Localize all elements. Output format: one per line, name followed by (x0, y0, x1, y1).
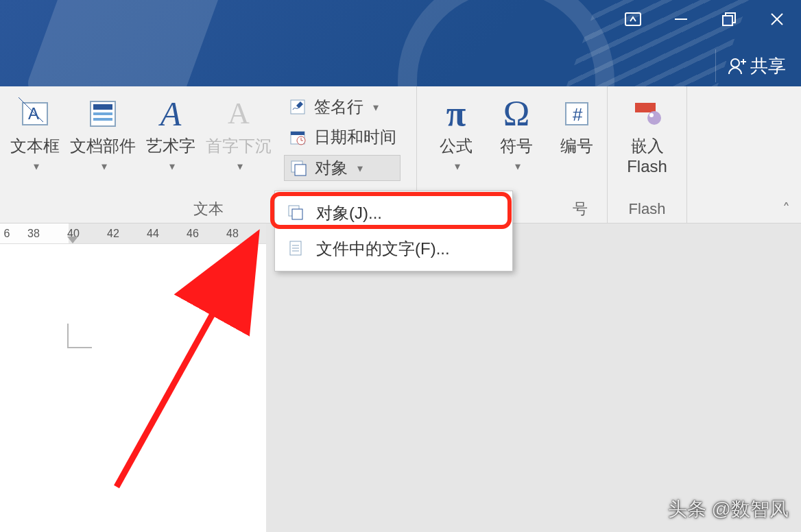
textbox-button[interactable]: A 文本框 ▾ (5, 92, 64, 177)
chevron-down-icon: ▾ (515, 156, 521, 177)
ruler-tick: 44 (133, 228, 173, 240)
watermark-text: 头条 @数智风 (668, 496, 789, 522)
svg-rect-26 (635, 103, 656, 112)
window-controls (609, 0, 801, 38)
signature-line-button[interactable]: 签名行 ▾ (284, 95, 400, 119)
menu-item-text-from-file[interactable]: 文件中的文字(F)... (275, 231, 512, 267)
ribbon-display-options-button[interactable] (609, 0, 657, 38)
chevron-down-icon: ▾ (34, 156, 39, 177)
omega-icon: Ω (497, 95, 536, 133)
svg-rect-13 (93, 104, 112, 110)
equation-label: 公式 (440, 136, 473, 156)
page-surface[interactable] (0, 244, 266, 532)
flash-label-2: Flash (627, 156, 667, 177)
flash-label-1: 嵌入 (631, 136, 664, 156)
ruler-tick: 38 (14, 228, 53, 240)
object-button[interactable]: 对象 ▾ (284, 155, 400, 181)
svg-text:A: A (28, 104, 39, 123)
horizontal-ruler[interactable]: 6 38 40 42 44 46 48 (0, 223, 266, 244)
insert-flash-button[interactable]: 嵌入 Flash (618, 92, 677, 177)
number-icon: # (558, 95, 596, 133)
signature-icon (288, 97, 307, 117)
dropcap-button[interactable]: A 首字下沉 ▾ (202, 92, 276, 177)
share-button[interactable]: 共享 (715, 49, 801, 82)
close-button[interactable] (753, 0, 801, 38)
svg-rect-3 (723, 16, 732, 25)
menu-item-textfromfile-label: 文件中的文字(F)... (316, 238, 450, 260)
svg-point-28 (649, 113, 654, 117)
datetime-button[interactable]: 日期和时间 (284, 125, 400, 149)
ribbon-group-flash: 嵌入 Flash Flash (608, 86, 687, 223)
quickparts-icon (84, 95, 122, 133)
svg-text:#: # (573, 104, 583, 125)
flash-icon (628, 95, 667, 133)
svg-point-27 (647, 111, 661, 125)
textbox-label: 文本框 (10, 136, 60, 156)
collapse-ribbon-button[interactable]: ˄ (782, 201, 790, 219)
object-dropdown-menu: 对象(J)... 文件中的文字(F)... (274, 191, 513, 271)
datetime-label: 日期和时间 (314, 126, 396, 148)
wordart-button[interactable]: A 艺术字 ▾ (141, 92, 200, 177)
chevron-down-icon: ▾ (373, 101, 379, 114)
ruler-tick: 48 (213, 228, 252, 240)
ruler-indent-marker[interactable] (67, 237, 78, 243)
svg-rect-30 (292, 209, 302, 219)
svg-rect-14 (93, 112, 112, 115)
calendar-icon (288, 128, 307, 147)
svg-rect-15 (93, 118, 112, 121)
equation-button[interactable]: π 公式 ▾ (427, 92, 486, 177)
quickparts-button[interactable]: 文档部件 ▾ (66, 92, 140, 177)
svg-rect-18 (291, 132, 304, 135)
ruler-tick: 46 (173, 228, 213, 240)
chevron-down-icon: ▾ (169, 156, 175, 177)
svg-rect-23 (295, 165, 306, 176)
file-text-icon (287, 240, 305, 258)
textbox-icon: A (16, 95, 54, 133)
chevron-down-icon: ▾ (237, 156, 243, 177)
minimize-button[interactable] (657, 0, 705, 38)
page-margin-corner (67, 324, 92, 348)
dropcap-label: 首字下沉 (206, 136, 272, 156)
page-left-area: 6 38 40 42 44 46 48 (0, 223, 266, 532)
svg-rect-0 (625, 13, 641, 25)
chevron-down-icon: ▾ (101, 156, 107, 177)
menu-item-object-label: 对象(J)... (316, 202, 382, 224)
chevron-down-icon: ▾ (357, 162, 363, 175)
share-label: 共享 (750, 54, 786, 78)
symbol-label: 符号 (500, 136, 533, 156)
number-button[interactable]: # 编号 (547, 92, 606, 156)
quickparts-label: 文档部件 (70, 136, 136, 156)
wordart-icon: A (152, 95, 190, 133)
pi-icon: π (437, 95, 475, 133)
object-icon (287, 204, 305, 222)
object-label: 对象 (315, 157, 348, 179)
ruler-tick: 6 (0, 228, 14, 240)
title-bar: 共享 (0, 0, 801, 86)
group-label-flash: Flash (613, 200, 681, 223)
wordart-label: 艺术字 (146, 136, 195, 156)
chevron-down-icon: ▾ (455, 156, 460, 177)
signature-label: 签名行 (314, 96, 363, 118)
restore-button[interactable] (705, 0, 753, 38)
svg-point-6 (731, 59, 739, 67)
dropcap-icon: A (219, 95, 258, 133)
object-icon (289, 158, 308, 178)
menu-item-object[interactable]: 对象(J)... (275, 195, 512, 231)
share-icon (727, 56, 746, 75)
ruler-tick: 42 (93, 228, 133, 240)
symbol-button[interactable]: Ω 符号 ▾ (487, 92, 546, 177)
number-label: 编号 (560, 136, 593, 156)
